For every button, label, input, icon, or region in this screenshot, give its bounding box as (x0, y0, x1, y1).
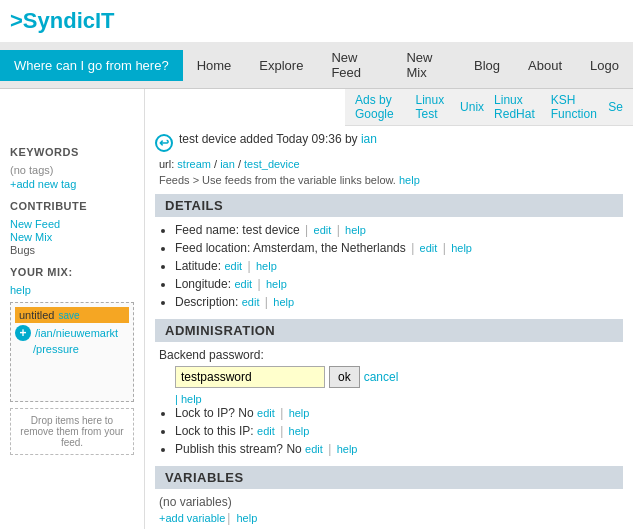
detail-location-help[interactable]: help (451, 242, 472, 254)
feed-message: Feeds > Use feeds from the variable link… (159, 174, 623, 186)
variables-header: VARIABLES (155, 466, 623, 489)
mix-path-nieuwemarkt[interactable]: /nieuwemarkt (53, 327, 118, 339)
detail-name-text: Feed name: test device (175, 223, 300, 237)
detail-description-text: Description: (175, 295, 238, 309)
add-variable-link[interactable]: +add variable (159, 512, 225, 524)
detail-latitude: Latitude: edit | help (175, 259, 623, 273)
detail-latitude-help[interactable]: help (256, 260, 277, 272)
detail-location-text: Feed location: Amsterdam, the Netherland… (175, 241, 406, 255)
ad-link-1[interactable]: Linux Test (416, 93, 451, 121)
admin-section: ADMINISRATION Backend password: ok cance… (155, 319, 623, 456)
info-user-link[interactable]: ian (361, 132, 377, 146)
ads-bar: Ads by Google Linux Test Unix Linux RedH… (345, 89, 633, 126)
detail-latitude-edit[interactable]: edit (224, 260, 242, 272)
mix-untitled-bar: untitled save (15, 307, 129, 323)
mix-path-ian[interactable]: /ian (33, 327, 53, 339)
variables-section: VARIABLES (no variables) +add variable |… (155, 466, 623, 525)
no-tags: (no tags) (10, 164, 134, 176)
publish-edit[interactable]: edit (305, 443, 323, 455)
mix-untitled-label: untitled (19, 309, 54, 321)
ad-link-2[interactable]: Unix (460, 100, 484, 114)
admin-list: Lock to IP? No edit | help Lock to this … (155, 406, 623, 456)
sidebar: KEYWORDS (no tags) +add new tag CONTRIBU… (0, 126, 145, 529)
navbar: Where can I go from here? Home Explore N… (0, 42, 633, 89)
main-layout: KEYWORDS (no tags) +add new tag CONTRIBU… (0, 126, 633, 529)
details-header: DETAILS (155, 194, 623, 217)
drop-hint: Drop items here to remove them from your… (10, 408, 134, 455)
your-mix-title: YOUR MIX: (10, 266, 134, 278)
contribute-title: CONTRIBUTE (10, 200, 134, 212)
nav-home[interactable]: Home (183, 50, 246, 81)
breadcrumb-stream[interactable]: stream (177, 158, 211, 170)
detail-longitude-edit[interactable]: edit (234, 278, 252, 290)
nav-blog[interactable]: Blog (460, 50, 514, 81)
detail-longitude-help[interactable]: help (266, 278, 287, 290)
ad-link-3[interactable]: Linux RedHat (494, 93, 541, 121)
url-label: url: (159, 158, 174, 170)
nav-explore[interactable]: Explore (245, 50, 317, 81)
feed-msg-help[interactable]: help (399, 174, 420, 186)
bugs-text: Bugs (10, 244, 134, 256)
detail-name: Feed name: test device | edit | help (175, 223, 623, 237)
lock-ip-edit[interactable]: edit (257, 407, 275, 419)
info-description: test device added Today 09:36 by (179, 132, 358, 146)
add-variable-row: +add variable | help (159, 511, 623, 525)
detail-longitude: Longitude: edit | help (175, 277, 623, 291)
logo: >SyndicIT (10, 8, 115, 33)
publish-help[interactable]: help (337, 443, 358, 455)
lock-ip-text: Lock to IP? No (175, 406, 254, 420)
nav-logo[interactable]: Logo (576, 50, 633, 81)
nav-new-mix[interactable]: New Mix (392, 42, 460, 88)
publish-item: Publish this stream? No edit | help (175, 442, 623, 456)
help-link[interactable]: help (10, 284, 134, 296)
new-feed-link[interactable]: New Feed (10, 218, 134, 230)
nav-links: Home Explore New Feed New Mix Blog About… (183, 42, 633, 88)
breadcrumb-ian[interactable]: ian (220, 158, 235, 170)
header: >SyndicIT (0, 0, 633, 42)
detail-location: Feed location: Amsterdam, the Netherland… (175, 241, 623, 255)
nav-about[interactable]: About (514, 50, 576, 81)
nav-new-feed[interactable]: New Feed (317, 42, 392, 88)
info-row: ↩ test device added Today 09:36 by ian (155, 132, 623, 152)
lock-ip-help[interactable]: help (289, 407, 310, 419)
your-mix-box: untitled save + /ian /nieuwemarkt /press… (10, 302, 134, 402)
backend-password-label: Backend password: (159, 348, 623, 362)
ok-button[interactable]: ok (329, 366, 360, 388)
password-row: ok cancel (175, 366, 623, 388)
mix-save-link[interactable]: save (58, 310, 79, 321)
detail-name-help[interactable]: help (345, 224, 366, 236)
detail-latitude-text: Latitude: (175, 259, 221, 273)
detail-description-help[interactable]: help (273, 296, 294, 308)
detail-description: Description: edit | help (175, 295, 623, 309)
ads-by-google[interactable]: Ads by Google (355, 93, 406, 121)
detail-description-edit[interactable]: edit (242, 296, 260, 308)
cancel-link[interactable]: cancel (364, 370, 399, 384)
details-list: Feed name: test device | edit | help Fee… (155, 223, 623, 309)
new-mix-link[interactable]: New Mix (10, 231, 134, 243)
lock-ip-item: Lock to IP? No edit | help (175, 406, 623, 420)
mix-path-pressure[interactable]: /pressure (15, 343, 129, 355)
breadcrumb-slash2: / (238, 158, 241, 170)
detail-longitude-text: Longitude: (175, 277, 231, 291)
ad-link-5[interactable]: Se (608, 100, 623, 114)
lock-this-ip-help[interactable]: help (289, 425, 310, 437)
info-text: test device added Today 09:36 by ian (179, 132, 377, 146)
ads-row: Ads by Google Linux Test Unix Linux RedH… (0, 89, 633, 126)
content: ↩ test device added Today 09:36 by ian u… (145, 126, 633, 529)
feed-msg-text: Feeds > Use feeds from the variable link… (159, 174, 396, 186)
password-input[interactable] (175, 366, 325, 388)
admin-header: ADMINISRATION (155, 319, 623, 342)
detail-name-edit[interactable]: edit (314, 224, 332, 236)
lock-this-ip-text: Lock to this IP: (175, 424, 254, 438)
mix-add-icon[interactable]: + (15, 325, 31, 341)
ad-link-4[interactable]: KSH Function (551, 93, 599, 121)
lock-this-ip-edit[interactable]: edit (257, 425, 275, 437)
detail-location-edit[interactable]: edit (420, 242, 438, 254)
publish-text: Publish this stream? No (175, 442, 302, 456)
search-bar[interactable]: Where can I go from here? (0, 50, 183, 81)
breadcrumb-test-device[interactable]: test_device (244, 158, 300, 170)
admin-help-link[interactable]: | help (175, 393, 202, 405)
add-tag-link[interactable]: +add new tag (10, 178, 134, 190)
variables-help-link[interactable]: help (236, 512, 257, 524)
keywords-title: KEYWORDS (10, 146, 134, 158)
